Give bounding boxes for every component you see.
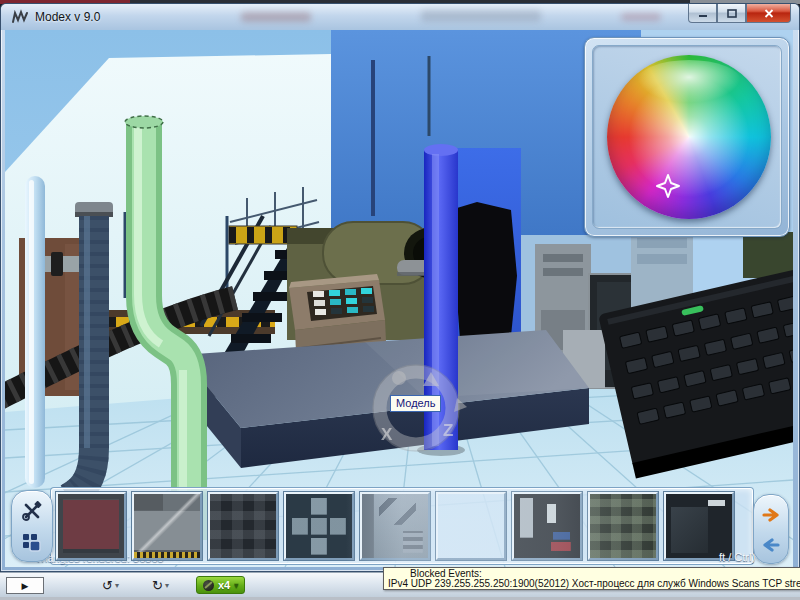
texture-thumbnail-dark-door-panel[interactable] bbox=[664, 492, 734, 560]
texture-thumbnail-dark-parts-collage[interactable] bbox=[208, 492, 278, 560]
close-icon bbox=[764, 9, 774, 18]
gizmo-tooltip: Модель bbox=[390, 395, 441, 412]
maximize-button[interactable] bbox=[717, 4, 746, 23]
modex-window: Modex v 9.0 bbox=[0, 3, 800, 572]
modifier-hint: ft / Ctrl) bbox=[719, 551, 755, 563]
minimize-icon bbox=[698, 9, 708, 18]
dropdown-caret-icon: ▾ bbox=[115, 581, 119, 590]
texture-thumbnail-maroon-panel[interactable] bbox=[56, 492, 126, 560]
layers-icon bbox=[22, 533, 42, 553]
hazard-plate bbox=[229, 226, 297, 244]
notification-body: IPv4 UDP 239.255.255.250:1900(52012) Хос… bbox=[388, 579, 800, 589]
glass-smudge bbox=[421, 10, 541, 22]
3d-viewport[interactable]: X Z Модель Triangles rendered: 36865 bbox=[5, 30, 793, 567]
strip-nav-pill bbox=[753, 494, 789, 564]
color-picker-panel bbox=[584, 37, 790, 237]
glass-smudge bbox=[241, 12, 311, 22]
green-block bbox=[743, 232, 793, 278]
redo-button[interactable]: ↻▾ bbox=[152, 576, 169, 594]
play-icon: ▶ bbox=[22, 581, 29, 591]
window-title: Modex v 9.0 bbox=[35, 10, 100, 24]
color-picker-frame bbox=[592, 45, 782, 229]
pipe-clamp bbox=[51, 252, 63, 276]
next-button[interactable] bbox=[759, 503, 783, 527]
left-tool-pill bbox=[11, 490, 53, 562]
texture-thumbnails bbox=[56, 492, 734, 560]
tools-button[interactable] bbox=[18, 497, 46, 525]
texture-thumbnail-chevron-plate[interactable] bbox=[360, 492, 430, 560]
glass-smudge bbox=[621, 13, 661, 21]
zoom-badge-icon bbox=[203, 580, 214, 591]
maximize-icon bbox=[727, 9, 737, 18]
star-cursor-icon[interactable] bbox=[655, 173, 681, 199]
pale-blue-pipe bbox=[25, 176, 45, 488]
window-controls bbox=[688, 4, 791, 23]
close-button[interactable] bbox=[746, 4, 791, 23]
redo-icon: ↻ bbox=[152, 578, 163, 593]
play-button[interactable]: ▶ bbox=[6, 577, 44, 594]
blocked-events-tooltip: Blocked Events: IPv4 UDP 239.255.255.250… bbox=[383, 567, 800, 590]
dropdown-caret-icon: ▾ bbox=[234, 581, 238, 590]
zoom-multiplier-badge[interactable]: x4 ▾ bbox=[196, 576, 245, 594]
modex-app-icon bbox=[11, 9, 29, 25]
layers-button[interactable] bbox=[18, 529, 46, 557]
dropdown-caret-icon: ▾ bbox=[165, 581, 169, 590]
wheel-gloss-highlight bbox=[637, 60, 742, 103]
texture-thumbnail-green-grid-panels[interactable] bbox=[588, 492, 658, 560]
texture-thumbnail-machine-colored-bits[interactable] bbox=[512, 492, 582, 560]
undo-button[interactable]: ↺▾ bbox=[102, 576, 119, 594]
gizmo-axis-x-label: X bbox=[381, 425, 393, 444]
prev-button[interactable] bbox=[759, 533, 783, 557]
zoom-multiplier-label: x4 bbox=[218, 579, 230, 591]
texture-thumbnail-scratched-metal[interactable] bbox=[132, 492, 202, 560]
prev-arrow-icon bbox=[762, 538, 780, 552]
titlebar: Modex v 9.0 bbox=[1, 4, 799, 30]
undo-icon: ↺ bbox=[102, 578, 113, 593]
texture-thumbnail-door-panels[interactable] bbox=[436, 492, 506, 560]
texture-thumbnail-cross-tiles[interactable] bbox=[284, 492, 354, 560]
minimize-button[interactable] bbox=[688, 4, 717, 23]
tools-icon bbox=[22, 501, 42, 521]
next-arrow-icon bbox=[762, 508, 780, 522]
texture-strip bbox=[51, 488, 753, 564]
color-wheel[interactable] bbox=[607, 55, 771, 219]
gizmo-axis-z-label: Z bbox=[443, 421, 453, 440]
